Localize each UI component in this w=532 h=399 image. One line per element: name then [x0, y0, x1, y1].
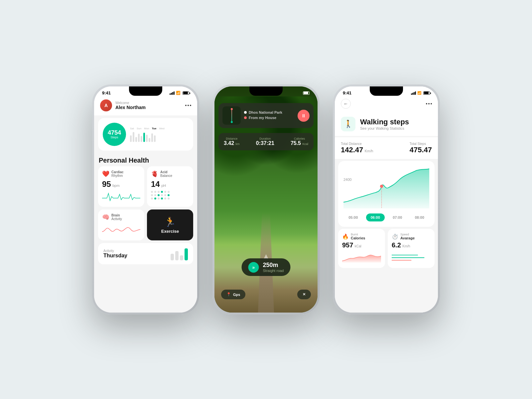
bar-9	[151, 133, 153, 142]
p3-menu-button[interactable]	[426, 103, 432, 104]
route-map-thumb	[222, 106, 241, 125]
phone-2-notch	[249, 86, 283, 96]
total-distance-unit: Km/h	[365, 149, 373, 153]
speed-chart	[392, 251, 431, 264]
total-distance-block: Total Distance 142.47 Km/h	[341, 142, 373, 154]
menu-dot-3	[190, 105, 191, 106]
phone-1-screen: 9:41 📶	[94, 86, 197, 313]
steps-days: Sat Sun Mon Tue Wed	[130, 127, 189, 130]
ph-dot-6	[168, 191, 170, 193]
acid-value: 14	[151, 180, 160, 189]
brain-title: Brain	[111, 213, 122, 217]
metrics-grid: 🔥 Burnt Calories 957 kCal	[338, 229, 435, 268]
tab-0600[interactable]: 06:00	[366, 213, 385, 221]
cardiac-value: 95	[102, 180, 111, 189]
stat-distance: Distance 3.42 km	[224, 137, 240, 146]
tab-0800[interactable]: 08:00	[410, 213, 429, 221]
phone-3-notch	[370, 86, 403, 96]
tab-0700[interactable]: 07:00	[388, 213, 407, 221]
brain-header: 🧠 Brain Activity	[102, 213, 140, 221]
ph-dot-11	[164, 194, 166, 196]
ph-dot-15	[158, 198, 160, 200]
stat-duration: Duration 0:37:21	[256, 137, 274, 146]
route-info: Dhos National Park From my House	[244, 110, 294, 121]
cardiac-subtitle: Rhythm	[111, 174, 124, 178]
direction-road: Straight road	[263, 269, 284, 273]
signal-2	[171, 93, 172, 95]
time-3: 9:41	[343, 90, 351, 95]
ph-row-2	[151, 194, 189, 196]
battery-fill-3	[424, 92, 429, 94]
expand-button[interactable]: ✕	[297, 290, 311, 299]
acid-card: 🫀 Acid Balance 14 pH	[147, 166, 193, 207]
signal-3	[172, 92, 173, 95]
cardiac-title-group: Cardiac Rhythm	[111, 170, 124, 178]
p3-stats-header: Total Distance 142.47 Km/h Total Steps 4…	[335, 137, 438, 159]
activity-card: Activity Thursday	[98, 243, 193, 264]
speed-chart-svg	[392, 251, 431, 263]
pause-button[interactable]: ⏸	[298, 110, 310, 122]
speed-metric-value: 6.2	[392, 241, 401, 249]
calories-metric-value: 957	[342, 241, 353, 249]
route-card: Dhos National Park From my House ⏸	[218, 103, 314, 128]
battery-3	[423, 91, 430, 95]
phone-3-screen: 9:41 📶	[335, 86, 438, 313]
route-dot-end	[244, 116, 247, 119]
bar-3	[135, 137, 137, 142]
act-bar-2	[175, 251, 179, 260]
brain-wave-svg	[102, 223, 140, 235]
cardiac-card: ❤️ Cardiac Rhythm 95 bpm	[98, 166, 144, 207]
acid-value-row: 14 pH	[151, 180, 189, 189]
ph-row-3	[151, 198, 189, 200]
phone-2-screen: ▲▲ 9:41 📶	[214, 86, 318, 313]
sig-4	[415, 91, 416, 95]
bar-10	[154, 135, 156, 142]
steps-chart: Sat Sun Mon Tue Wed	[130, 127, 189, 142]
battery-2	[303, 91, 310, 95]
act-bar-1	[171, 254, 174, 260]
calories-card: 🔥 Burnt Calories 957 kCal	[338, 229, 385, 268]
brain-title-group: Brain Activity	[111, 213, 122, 221]
menu-dot-2	[188, 105, 189, 106]
bar-5	[141, 136, 142, 142]
back-button[interactable]: ←	[341, 99, 351, 109]
distance-value: 3.42	[224, 140, 234, 146]
distance-unit: km	[236, 142, 240, 146]
p3-dot-2	[428, 103, 430, 104]
gps-icon: 📍	[226, 292, 231, 297]
ph-dot-16	[161, 198, 163, 200]
sig-3	[414, 92, 415, 95]
calories-label-small: Burnt	[351, 233, 365, 236]
tab-0500[interactable]: 05:00	[344, 213, 362, 221]
calories-value: 75.5	[291, 140, 301, 146]
p3-title-card: 🚶 Walking steps See your Walking Statist…	[335, 112, 438, 136]
phone-1-notch	[129, 86, 162, 96]
route-dot-start	[244, 111, 247, 114]
battery-fill-2	[304, 92, 308, 94]
sig-1	[411, 93, 412, 95]
phone-2-outer: ▲▲ 9:41 📶	[212, 84, 320, 315]
calories-title: Burnt Calories	[351, 233, 365, 240]
route-origin: From my House	[244, 116, 294, 120]
ph-row-1	[151, 191, 189, 193]
total-steps-value: 475.47	[410, 146, 432, 154]
activity-day: Thursday	[103, 253, 127, 259]
calories-value-row: 75.5 Kcal	[291, 140, 308, 146]
ph-dot-13	[151, 198, 153, 200]
ph-dot-4	[161, 191, 163, 193]
time-tabs: 05:00 06:00 07:00 08:00	[343, 213, 429, 221]
gps-button[interactable]: 📍 Gps	[221, 290, 245, 299]
personal-health-title: Personal Health	[94, 153, 197, 166]
destination-name: Dhos National Park	[249, 110, 282, 114]
ph-dot-10	[161, 194, 163, 196]
p1-header: A Welcome Alex Northam	[94, 97, 197, 115]
exercise-card[interactable]: 🏃 Exercise	[147, 209, 193, 240]
activity-bars	[171, 247, 188, 260]
status-icons-1: 📶	[170, 91, 189, 95]
acid-unit: pH	[161, 184, 166, 188]
steps-bars	[130, 132, 189, 142]
direction-icon: »	[248, 262, 259, 273]
p1-menu-button[interactable]	[185, 105, 191, 106]
ph-dot-12	[168, 194, 170, 196]
calories-label: Calories	[291, 137, 308, 140]
